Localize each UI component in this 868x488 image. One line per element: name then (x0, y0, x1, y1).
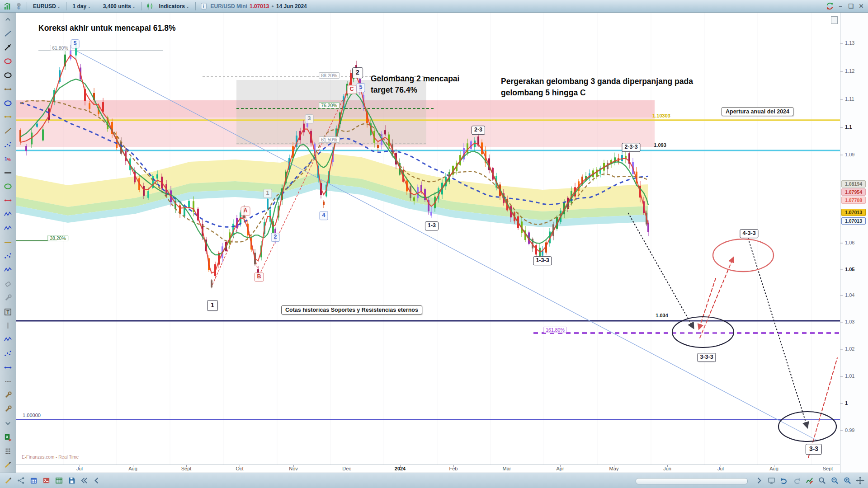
undo-icon[interactable] (778, 475, 789, 486)
symbol-select[interactable]: EURUSD ⌄ (31, 2, 62, 10)
scatter-blue-icon[interactable] (1, 347, 15, 361)
horizontal-scrollbar[interactable] (437, 478, 749, 483)
time-tick: Feb (449, 466, 458, 471)
detach-chart-icon[interactable] (831, 16, 838, 24)
grid-options-icon[interactable] (1, 444, 15, 458)
left-toolbar: 1%TX (0, 13, 16, 473)
wave-label[interactable]: 3-3 (806, 444, 822, 455)
wave-label[interactable]: 1 (207, 300, 218, 311)
price-tag: 1.07954 (841, 188, 866, 196)
time-axis[interactable]: JulAugSeptOctNovDec2024FebMarAprMayJunJu… (16, 465, 840, 473)
wave-abc-icon[interactable] (1, 263, 15, 277)
wave-small-icon[interactable] (1, 333, 15, 347)
eraser-icon[interactable] (1, 277, 15, 291)
horizontal-line-icon[interactable] (1, 166, 15, 180)
pan-icon[interactable] (854, 475, 865, 486)
units-select[interactable]: 3,400 units ⌄ (101, 2, 138, 10)
wave-label[interactable]: B (254, 272, 264, 282)
minimize-button[interactable]: – (836, 3, 844, 9)
wave-label[interactable]: 2 (271, 233, 280, 242)
price-axis[interactable]: 1.131.121.111.11.091.061.051.041.031.021… (840, 13, 868, 473)
vertical-line-icon[interactable] (1, 319, 15, 333)
wave-label[interactable]: 2-3 (472, 126, 485, 135)
info-icon[interactable]: i (199, 2, 208, 11)
wave-label[interactable]: 5 (71, 39, 80, 48)
fib-level-label[interactable]: 61.80% (50, 45, 71, 51)
scroll-left-icon[interactable] (91, 475, 102, 486)
zoom-lens-icon[interactable] (816, 475, 827, 486)
workspace-icon[interactable]: © (14, 2, 23, 11)
fib-level-label[interactable]: 76.20% (319, 102, 340, 108)
chart-area[interactable] (16, 13, 840, 465)
wave-label[interactable]: 5 (357, 83, 365, 92)
fib-level-label[interactable]: 161.80% (543, 327, 566, 333)
draw-mode-icon[interactable] (3, 475, 14, 486)
ellipse-blue-icon[interactable] (1, 96, 15, 110)
wave-label[interactable]: A (241, 206, 250, 216)
share-icon[interactable] (15, 475, 26, 486)
wave-label[interactable]: 1 (264, 189, 272, 198)
fib-level-label[interactable]: 61.50% (319, 136, 340, 143)
indicators-button[interactable]: Indicators ⌄ (157, 2, 192, 10)
price-chart-canvas[interactable] (16, 13, 840, 465)
indicators-label: Indicators (159, 3, 185, 9)
excel-export-icon[interactable]: X (1, 430, 15, 444)
chevron-down-icon: ⌄ (186, 5, 189, 9)
close-button[interactable]: ✕ (857, 3, 865, 9)
redo-icon[interactable] (791, 475, 802, 486)
wave-label[interactable]: 4-3-3 (740, 229, 758, 238)
wrench-brown-2-icon[interactable] (1, 402, 15, 416)
line-brown-icon[interactable] (1, 124, 15, 138)
chart-type-icon[interactable] (146, 2, 155, 11)
connector-blue-icon[interactable] (1, 361, 15, 375)
scrollbar-thumb[interactable] (636, 478, 748, 484)
wave-label[interactable]: C (347, 85, 356, 94)
wave-label[interactable]: 3 (305, 114, 314, 123)
chart-stats-icon[interactable] (3, 2, 12, 11)
screenshot-icon[interactable] (766, 475, 777, 486)
price-percent-icon[interactable]: 1% (1, 152, 15, 166)
wave-label[interactable]: 2 (352, 67, 363, 78)
table-view-icon[interactable] (53, 475, 64, 486)
hline-tan-icon[interactable] (1, 235, 15, 249)
expand-panel-icon[interactable] (1, 416, 15, 430)
connector-red-icon[interactable] (1, 193, 15, 207)
time-tick: Dec (342, 466, 351, 471)
arrow-tool-icon[interactable] (1, 41, 15, 55)
image-export-icon[interactable] (41, 475, 52, 486)
wave-label[interactable]: 2-3-3 (622, 143, 640, 152)
wrench-gray-icon[interactable] (1, 291, 15, 305)
connector-tan-icon[interactable] (1, 110, 15, 124)
wave-label[interactable]: 1-3 (425, 221, 439, 230)
chevron-down-icon: ⌄ (132, 5, 136, 9)
wrench-brown-icon[interactable] (1, 389, 15, 403)
scroll-far-left-icon[interactable] (79, 475, 90, 486)
chart-edit-icon[interactable] (804, 475, 815, 486)
wave-label[interactable]: 3-3-3 (697, 353, 716, 362)
timeframe-select[interactable]: 1 day ⌄ (70, 2, 93, 10)
wave-123-icon[interactable] (1, 249, 15, 263)
scroll-right-icon[interactable] (753, 475, 764, 486)
fib-level-label[interactable]: 88.20% (319, 72, 340, 79)
fib-projection-icon[interactable] (1, 138, 15, 152)
fib-level-label[interactable]: 38.20% (47, 235, 68, 241)
more-dots-icon[interactable] (1, 375, 15, 389)
collapse-panel-icon[interactable] (1, 13, 15, 27)
elliott-wave-1-icon[interactable] (1, 207, 15, 221)
zoom-out-icon[interactable] (829, 475, 840, 486)
calendar-icon[interactable] (28, 475, 39, 486)
wave-label[interactable]: 4 (320, 211, 328, 220)
wave-label[interactable]: 1-3-3 (533, 256, 552, 265)
ellipse-red-icon[interactable] (1, 54, 15, 68)
draw-pencil-icon[interactable] (1, 458, 15, 472)
ellipse-black-icon[interactable] (1, 68, 15, 82)
elliott-wave-2-icon[interactable] (1, 221, 15, 235)
zoom-in-icon[interactable] (842, 475, 853, 486)
sync-icon[interactable] (825, 2, 834, 11)
trend-line-icon[interactable] (1, 27, 15, 41)
segment-brown-icon[interactable] (1, 82, 15, 96)
restore-button[interactable]: ❏ (847, 3, 855, 9)
ellipse-green-icon[interactable] (1, 180, 15, 194)
text-tool-icon[interactable]: T (1, 305, 15, 319)
save-icon[interactable] (66, 475, 77, 486)
